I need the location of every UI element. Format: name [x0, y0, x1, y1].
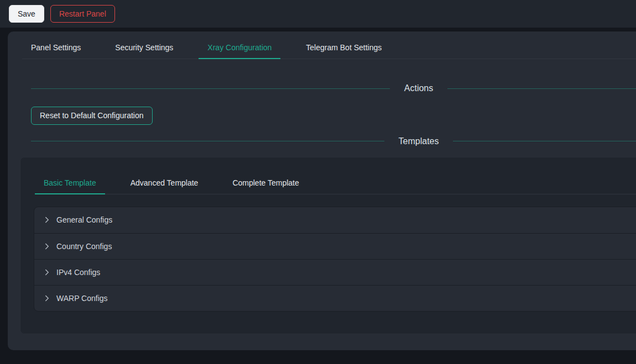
chevron-right-icon [44, 295, 50, 302]
divider-line-right [453, 141, 636, 141]
save-button[interactable]: Save [9, 5, 44, 23]
templates-section-title: Templates [384, 136, 453, 146]
tab-xray-configuration[interactable]: Xray Configuration [199, 36, 280, 59]
tab-telegram-bot-settings[interactable]: Telegram Bot Settings [297, 36, 390, 59]
tab-basic-template[interactable]: Basic Template [35, 172, 105, 194]
topbar: Save Restart Panel [0, 0, 636, 28]
reset-default-config-button[interactable]: Reset to Default Configuration [31, 107, 153, 125]
collapse-item-label: Country Configs [56, 242, 112, 251]
divider-line-left [31, 141, 384, 141]
tab-complete-template[interactable]: Complete Template [223, 172, 307, 194]
collapse-item-label: IPv4 Configs [56, 268, 100, 277]
chevron-right-icon [44, 243, 50, 250]
collapse-item-warp-configs[interactable]: WARP Configs [34, 285, 636, 311]
tab-panel-settings[interactable]: Panel Settings [22, 36, 90, 59]
settings-card: Panel Settings Security Settings Xray Co… [8, 31, 636, 350]
collapse-item-label: WARP Configs [56, 294, 108, 303]
tab-security-settings[interactable]: Security Settings [106, 36, 182, 59]
chevron-right-icon [44, 217, 50, 223]
collapse-item-label: General Configs [56, 215, 112, 224]
divider-line-right [447, 88, 636, 89]
restart-panel-button[interactable]: Restart Panel [50, 5, 115, 23]
template-tabs: Basic Template Advanced Template Complet… [35, 172, 636, 194]
collapse-item-ipv4-configs[interactable]: IPv4 Configs [34, 259, 636, 285]
collapse-item-general-configs[interactable]: General Configs [34, 207, 636, 233]
actions-divider: Actions [31, 81, 636, 96]
templates-divider: Templates [31, 134, 636, 149]
templates-card: Basic Template Advanced Template Complet… [20, 157, 636, 334]
collapse-item-country-configs[interactable]: Country Configs [34, 233, 636, 259]
chevron-right-icon [44, 269, 50, 276]
tab-advanced-template[interactable]: Advanced Template [122, 172, 207, 194]
divider-line-left [31, 88, 390, 89]
main-tabs: Panel Settings Security Settings Xray Co… [22, 31, 636, 59]
template-collapse: General Configs Country Configs IPv4 Con… [34, 207, 636, 312]
actions-section-title: Actions [390, 83, 447, 93]
